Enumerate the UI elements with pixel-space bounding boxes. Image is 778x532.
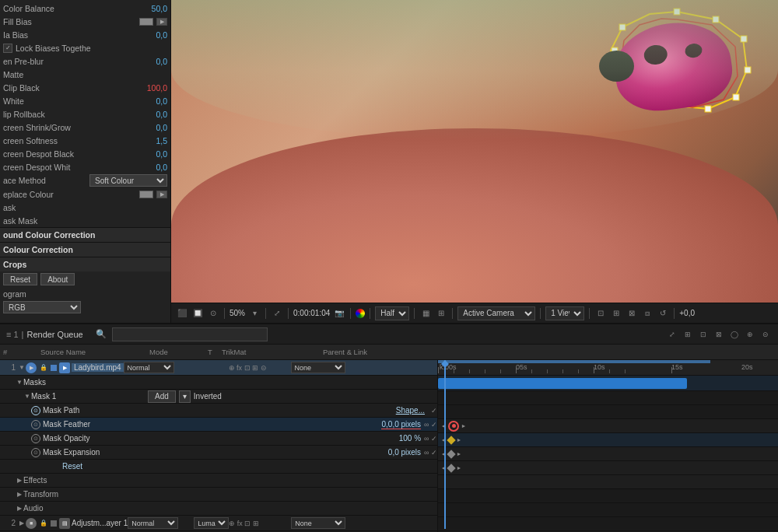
tick-4s (500, 369, 501, 373)
parent-dropdown-2[interactable]: None (291, 517, 345, 529)
tick-0 (438, 367, 439, 373)
mask-expansion-stopwatch[interactable]: ⊙ (31, 448, 40, 457)
effects-label: Effects (23, 476, 47, 485)
region-icon[interactable]: ▦ (419, 307, 432, 320)
mask-expansion-value[interactable]: 0,0 pixels (388, 448, 421, 457)
camera-icon[interactable]: 📷 (333, 307, 345, 320)
layer-row-2[interactable]: 2 ▶ ■ 🔒 ▤ Adjustm...ayer 1 Normal Luma ⊕… (0, 516, 437, 531)
mode-dropdown-1[interactable]: Normal (124, 362, 174, 373)
kf-prev-path[interactable]: ◄ (440, 422, 447, 430)
comp-icon-5[interactable]: ◯ (728, 328, 741, 341)
section-bound-colour: ound Colour Correction (0, 227, 170, 242)
mask-path-value[interactable]: Shape... (396, 406, 425, 415)
camera-dropdown[interactable]: Active Camera (457, 306, 535, 320)
lock-icon-1[interactable]: 🔒 (38, 362, 49, 373)
preview-icon-3[interactable]: ⊙ (207, 307, 219, 320)
color-circle[interactable] (356, 309, 365, 318)
trikmat-dropdown-2[interactable]: Luma (194, 517, 229, 529)
audio-expand[interactable]: ▶ (16, 505, 23, 513)
prop-color-balance: Color Balance 50,0 (0, 2, 170, 15)
tick-12s (625, 369, 626, 373)
preview-icon-2[interactable]: 🔲 (191, 307, 204, 320)
mask-reset-label[interactable]: Reset (62, 462, 82, 471)
mask-opacity-value[interactable]: 100 % (399, 434, 421, 443)
parent-dropdown-1[interactable]: None (291, 362, 345, 373)
mask-feather-stopwatch[interactable]: ⊙ (31, 420, 40, 429)
comp-icon-6[interactable]: ⊕ (744, 328, 756, 341)
face-method-dropdown[interactable]: Soft Colour (89, 174, 167, 187)
sep2 (265, 308, 266, 319)
keyframe-btns-expansion: ◄ ► (438, 461, 464, 474)
tool-icon-3[interactable]: ⊠ (626, 307, 638, 320)
search-container: 🔍 (96, 327, 268, 341)
mask1-expand[interactable]: ▼ (23, 393, 31, 401)
lock-icon-2[interactable]: 🔒 (38, 518, 49, 529)
prop-matte: Matte (0, 68, 170, 81)
tick-7s (547, 369, 548, 373)
timeline-search-input[interactable] (112, 327, 268, 341)
mask-feather-row[interactable]: ⊙ Mask Feather 0,0,0 pixels ∞ ✓ (0, 418, 437, 432)
rgb-dropdown[interactable]: RGB (3, 301, 81, 313)
mask-add-arrow[interactable]: ▾ (179, 390, 191, 403)
effects-expand[interactable]: ▶ (16, 477, 23, 485)
comp-icon-7[interactable]: ⊝ (759, 328, 772, 341)
fill-bias-swatch[interactable] (139, 18, 153, 26)
tool-icon-1[interactable]: ⊡ (594, 307, 607, 320)
mask-opacity-stopwatch[interactable]: ⊙ (31, 434, 40, 443)
fit-icon[interactable]: ⤢ (271, 307, 283, 320)
expand-arrow-2[interactable]: ▶ (18, 520, 26, 527)
tool-icon-5[interactable]: ↺ (657, 307, 669, 320)
mask-feather-value[interactable]: 0,0,0 pixels (381, 420, 421, 429)
prop-lip-rollback: lip Rollback 0,0 (0, 107, 170, 121)
mask-add-button[interactable]: Add (148, 390, 176, 403)
rgb-dropdown-row: RGB (0, 300, 170, 314)
kf-next-path[interactable]: ► (460, 422, 468, 430)
zoom-dropdown-icon[interactable]: ▾ (248, 307, 261, 320)
comp-number: ≡ 1 (6, 330, 19, 339)
fill-bias-arrow[interactable]: ▶ (156, 18, 167, 26)
tool-icon-2[interactable]: ⊞ (610, 307, 622, 320)
ruler-label-15s: 15s (671, 363, 683, 371)
keyframe-indicator[interactable] (448, 421, 459, 432)
prop-screen-softness: creen Softness 1,5 (0, 134, 170, 147)
icons-1: ⊕ fx ⊡ ⊞ ⊝ (229, 364, 267, 372)
kf-dot (452, 424, 456, 428)
replace-colour-swatch[interactable] (139, 191, 153, 198)
replace-colour-arrow[interactable]: ▶ (156, 191, 167, 198)
sep9 (589, 308, 590, 319)
kf-next-feather[interactable]: ► (455, 436, 463, 444)
col-header-trikmat: TrikMat (222, 348, 261, 356)
reset-about-row: Reset About (0, 271, 170, 287)
col-header-num: # (3, 348, 19, 356)
tick-9s (578, 369, 579, 373)
layer-row-1[interactable]: 1 ▼ ▶ 🔒 ▶ Ladybird.mp4 Normal ⊕ fx ⊡ ⊞ ⊝… (0, 360, 437, 376)
comp-icon-1[interactable]: ⤢ (666, 328, 678, 341)
comp-icon-2[interactable]: ⊞ (682, 328, 694, 341)
masks-expand[interactable]: ▼ (16, 379, 23, 387)
tool-icon-4[interactable]: ⧈ (641, 307, 654, 320)
about-button[interactable]: About (40, 273, 75, 285)
lock-biases-checkbox[interactable] (3, 44, 12, 53)
transform-expand[interactable]: ▶ (16, 491, 23, 499)
sep8 (540, 308, 541, 319)
timeline-layers: 1 ▼ ▶ 🔒 ▶ Ladybird.mp4 Normal ⊕ fx ⊡ ⊞ ⊝… (0, 360, 438, 532)
vis-icon-2[interactable]: ■ (26, 518, 37, 529)
expand-arrow-1[interactable]: ▼ (18, 364, 26, 372)
tick-11s (609, 369, 610, 373)
vis-icon-1[interactable]: ▶ (26, 362, 37, 373)
kf-next-expansion[interactable]: ► (455, 464, 463, 472)
render-queue-label: Render Queue (26, 330, 82, 339)
comp-icon-4[interactable]: ⊠ (713, 328, 725, 341)
transparency-icon[interactable]: ⊞ (435, 307, 447, 320)
comp-icon-3[interactable]: ⊡ (697, 328, 710, 341)
layer-type-icon-2: ▤ (59, 518, 70, 529)
kf-next-opacity[interactable]: ► (455, 450, 463, 458)
tick-2s (469, 369, 470, 373)
mode-dropdown-2[interactable]: Normal (128, 517, 178, 529)
zoom-display[interactable]: 50% (230, 309, 245, 317)
view-dropdown[interactable]: 1 View (545, 306, 584, 320)
quality-dropdown[interactable]: Half Full (375, 306, 409, 320)
mask-path-stopwatch[interactable]: ⊙ (31, 406, 40, 415)
reset-button[interactable]: Reset (3, 273, 37, 285)
preview-icon-1[interactable]: ⬛ (176, 307, 188, 320)
